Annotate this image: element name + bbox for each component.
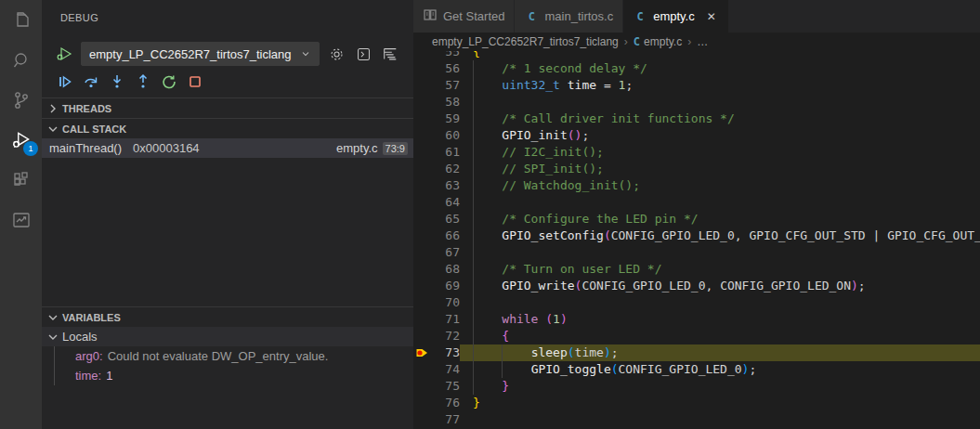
call-stack-section-header[interactable]: CALL STACK <box>42 118 413 138</box>
code-line-text: /* Call driver init functions */ <box>460 110 980 127</box>
gutter-breakpoint-area[interactable] <box>413 261 430 278</box>
code-line[interactable]: 68 /* Turn on user LED */ <box>413 261 980 278</box>
gutter-breakpoint-area[interactable] <box>413 177 430 194</box>
explorer-icon[interactable] <box>0 0 42 40</box>
locals-scope-row[interactable]: Locals <box>42 327 413 346</box>
close-tab-icon[interactable]: ✕ <box>704 10 719 23</box>
gutter-breakpoint-area[interactable] <box>413 344 430 361</box>
breadcrumb-item[interactable]: Cempty.c <box>634 35 682 48</box>
stop-icon[interactable] <box>186 72 204 91</box>
code-line[interactable]: 67 <box>413 244 980 261</box>
breadcrumb-item[interactable]: … <box>697 35 708 48</box>
gutter-breakpoint-area[interactable] <box>413 51 430 60</box>
code-line[interactable]: 59 /* Call driver init functions */ <box>413 110 980 127</box>
source-control-icon[interactable] <box>0 80 42 120</box>
code-line[interactable]: 60 GPIO_init(); <box>413 127 980 144</box>
gutter-breakpoint-area[interactable] <box>413 294 430 311</box>
code-line-text <box>460 411 980 428</box>
frame-file: empty.c <box>336 141 378 155</box>
debug-console-icon[interactable] <box>353 44 373 64</box>
code-line[interactable]: 63 // Watchdog_init(); <box>413 177 980 194</box>
code-line[interactable]: 57 uint32_t time = 1; <box>413 77 980 94</box>
variables-section-header[interactable]: VARIABLES <box>42 306 413 327</box>
code-line[interactable]: 77 <box>413 411 980 428</box>
line-number: 66 <box>430 228 460 244</box>
code-line[interactable]: 56 /* 1 second delay */ <box>413 60 980 77</box>
gutter-breakpoint-area[interactable] <box>413 110 430 127</box>
code-line[interactable]: 69 GPIO_write(CONFIG_GPIO_LED_0, CONFIG_… <box>413 278 980 294</box>
gutter-breakpoint-area[interactable] <box>413 194 430 211</box>
variables-list: arg0:Could not evaluate DW_OP_entry_valu… <box>54 346 413 385</box>
code-line-current[interactable]: 73 sleep(time); <box>413 344 980 361</box>
gutter-breakpoint-area[interactable] <box>413 228 430 244</box>
run-and-debug-icon[interactable]: 1 <box>0 120 42 160</box>
step-into-icon[interactable] <box>108 72 126 91</box>
gutter-breakpoint-area[interactable] <box>413 311 430 328</box>
indent-guide <box>473 261 474 278</box>
variable-name: time: <box>75 369 101 383</box>
indent-guide <box>473 361 474 378</box>
panel-view-icon[interactable] <box>380 44 400 64</box>
code-line[interactable]: 74 GPIO_toggle(CONFIG_GPIO_LED_0); <box>413 361 980 378</box>
continue-icon[interactable] <box>56 72 74 91</box>
code-line[interactable]: 76} <box>413 395 980 411</box>
breadcrumb-item[interactable]: empty_LP_CC2652R7_tirtos7_ticlang <box>432 35 619 48</box>
stack-frame-row[interactable]: mainThread() 0x00003164 empty.c 73:9 <box>42 138 413 158</box>
variable-row[interactable]: time:1 <box>55 366 413 385</box>
gutter-breakpoint-area[interactable] <box>413 94 430 110</box>
performance-graph-icon[interactable] <box>0 200 42 240</box>
gutter-breakpoint-area[interactable] <box>413 144 430 161</box>
code-line[interactable]: 70 <box>413 294 980 311</box>
code-line[interactable]: 66 GPIO_setConfig(CONFIG_GPIO_LED_0, GPI… <box>413 228 980 244</box>
locals-label: Locals <box>62 330 98 344</box>
gutter-breakpoint-area[interactable] <box>413 411 430 428</box>
code-line[interactable]: 75 } <box>413 378 980 395</box>
indent-guide <box>473 161 474 177</box>
indent-guide <box>473 294 474 311</box>
code-line[interactable]: 71 while (1) <box>413 311 980 328</box>
code-line-text: GPIO_init(); <box>460 127 980 144</box>
code-line-text <box>460 244 980 261</box>
line-number: 56 <box>430 60 460 77</box>
step-out-icon[interactable] <box>134 72 152 91</box>
gutter-breakpoint-area[interactable] <box>413 77 430 94</box>
variables-label: VARIABLES <box>62 312 121 323</box>
threads-section-header[interactable]: THREADS <box>42 98 413 118</box>
gutter-breakpoint-area[interactable] <box>413 161 430 177</box>
gear-icon[interactable] <box>326 44 346 64</box>
step-over-icon[interactable] <box>82 72 100 91</box>
gutter-breakpoint-area[interactable] <box>413 328 430 344</box>
extensions-icon[interactable] <box>0 160 42 200</box>
gutter-breakpoint-area[interactable] <box>413 278 430 294</box>
sidebar-title: DEBUG <box>42 0 413 42</box>
gutter-breakpoint-area[interactable] <box>413 60 430 77</box>
tab-empty-c[interactable]: Cempty.c✕ <box>623 0 729 32</box>
start-debug-icon[interactable] <box>54 44 74 64</box>
gutter-breakpoint-area[interactable] <box>413 361 430 378</box>
code-line[interactable]: 62 // SPI_init(); <box>413 161 980 177</box>
code-line[interactable]: 64 <box>413 194 980 211</box>
code-line[interactable]: 58 <box>413 94 980 110</box>
gutter-breakpoint-area[interactable] <box>413 378 430 395</box>
gutter-breakpoint-area[interactable] <box>413 127 430 144</box>
line-number: 55 <box>430 51 460 60</box>
code-line[interactable]: 61 // I2C_init(); <box>413 144 980 161</box>
tab-label: empty.c <box>653 9 695 23</box>
code-line-text: uint32_t time = 1; <box>460 77 980 94</box>
tab-main-tirtos-c[interactable]: Cmain_tirtos.c <box>515 0 623 32</box>
debug-sidebar: DEBUG empty_LP_CC2652R7_tirtos7_ticlang <box>42 0 413 429</box>
tab-get-started[interactable]: Get Started <box>413 0 515 32</box>
gutter-breakpoint-area[interactable] <box>413 211 430 228</box>
code-line[interactable]: 72 { <box>413 328 980 344</box>
code-line[interactable]: 55{ <box>413 51 980 60</box>
gutter-breakpoint-area[interactable] <box>413 395 430 411</box>
indent-guide <box>473 344 474 361</box>
chevron-down-icon <box>300 48 311 59</box>
variable-row[interactable]: arg0:Could not evaluate DW_OP_entry_valu… <box>55 346 413 366</box>
code-editor[interactable]: 55{56 /* 1 second delay */57 uint32_t ti… <box>413 51 980 429</box>
restart-icon[interactable] <box>160 72 178 91</box>
code-line[interactable]: 65 /* Configure the LED pin */ <box>413 211 980 228</box>
search-icon[interactable] <box>0 40 42 80</box>
gutter-breakpoint-area[interactable] <box>413 244 430 261</box>
launch-config-select[interactable]: empty_LP_CC2652R7_tirtos7_ticlang <box>81 42 320 66</box>
